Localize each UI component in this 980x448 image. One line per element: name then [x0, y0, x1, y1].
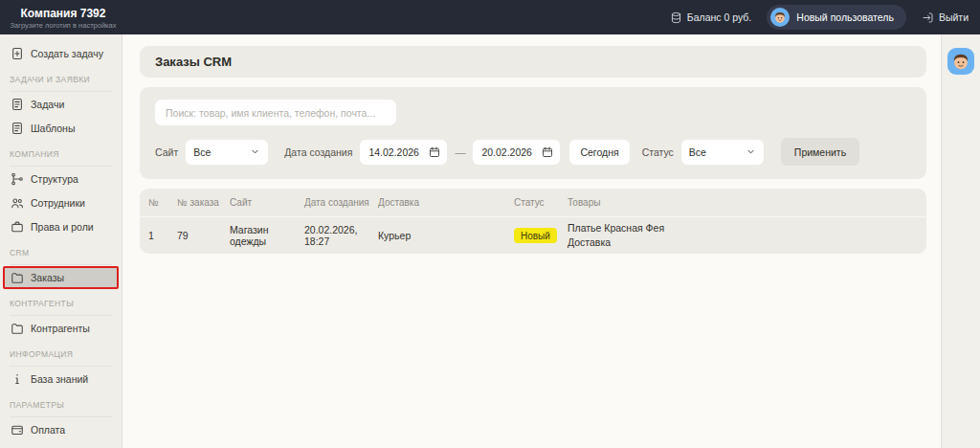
user-avatar	[770, 8, 790, 27]
cell-order-number: 79	[177, 230, 230, 241]
briefcase-icon	[11, 220, 24, 234]
assistant-face-icon	[948, 49, 973, 74]
sidebar-item-counterparties[interactable]: Контрагенты	[3, 317, 119, 340]
assistant-avatar-button[interactable]	[947, 48, 974, 75]
chevron-down-icon	[250, 146, 260, 157]
sidebar-item-tasks[interactable]: Задачи	[3, 93, 119, 116]
sidebar-item-templates[interactable]: Шаблоны	[3, 117, 119, 140]
page-title-card: Заказы CRM	[140, 46, 926, 78]
col-header-created: Дата создания	[304, 197, 378, 208]
sidebar-item-label: База знаний	[31, 373, 88, 385]
sidebar-item-knowledge-base[interactable]: База знаний	[3, 368, 119, 391]
section-divider	[10, 91, 112, 92]
chevron-down-icon	[746, 146, 756, 157]
sidebar-item-payment[interactable]: Оплата	[3, 418, 119, 441]
site-select-value: Все	[193, 146, 211, 158]
page-title: Заказы CRM	[155, 55, 232, 69]
date-to-field	[473, 140, 560, 165]
today-button[interactable]: Сегодня	[569, 140, 629, 165]
app-root: Компания 7392 Загрузите логотип в настро…	[0, 0, 980, 448]
sidebar-item-label: Шаблоны	[31, 123, 75, 134]
sidebar-item-rights-roles[interactable]: Права и роли	[3, 215, 119, 238]
company-block: Компания 7392 Загрузите логотип в настро…	[0, 5, 126, 30]
section-label: КОНТРАГЕНТЫ	[10, 299, 112, 308]
col-header-products: Товары	[568, 197, 918, 208]
topbar-actions: Баланс 0 руб. Новый пользователь Выйти	[670, 5, 969, 30]
logout-icon	[922, 11, 934, 24]
right-strip	[941, 34, 980, 448]
product-line: Платье Красная Фея	[568, 221, 912, 235]
status-filter-label: Статус	[642, 146, 674, 158]
balance-button[interactable]: Баланс 0 руб.	[670, 11, 751, 24]
people-icon	[11, 196, 24, 210]
calendar-icon[interactable]	[429, 146, 440, 158]
section-divider	[10, 264, 112, 265]
document-icon	[11, 122, 24, 135]
orders-table: № № заказа Сайт Дата создания Доставка С…	[140, 189, 926, 254]
sidebar-item-label: Структура	[31, 173, 78, 185]
date-to-input[interactable]	[481, 146, 537, 158]
logout-button[interactable]: Выйти	[922, 11, 969, 24]
cell-site: Магазин одежды	[230, 224, 304, 247]
sidebar-section-information: ИНФОРМАЦИЯ	[0, 341, 122, 367]
sidebar-section-crm: CRM	[0, 239, 122, 265]
user-name: Новый пользователь	[796, 11, 894, 23]
site-select[interactable]: Все	[186, 140, 268, 165]
user-avatar-face-icon	[771, 9, 789, 26]
section-label: ПАРАМЕТРЫ	[10, 400, 112, 410]
col-header-order-number: № заказа	[177, 197, 230, 208]
section-divider	[10, 315, 112, 316]
sidebar-item-employees[interactable]: Сотрудники	[3, 191, 119, 214]
sidebar-item-label: Оплата	[31, 424, 65, 436]
col-header-delivery: Доставка	[378, 197, 514, 208]
sidebar-item-settings[interactable]: Настройки	[3, 442, 119, 448]
section-divider	[10, 366, 112, 367]
balance-icon	[670, 11, 682, 24]
sidebar-item-label: Задачи	[31, 99, 64, 110]
sidebar-item-label: Сотрудники	[31, 197, 85, 209]
balance-label: Баланс 0 руб.	[687, 11, 751, 23]
sidebar-item-structure[interactable]: Структура	[3, 168, 119, 190]
table-header-row: № № заказа Сайт Дата создания Доставка С…	[148, 189, 918, 216]
company-name: Компания 7392	[0, 7, 126, 20]
hierarchy-icon	[11, 172, 24, 186]
sidebar-section-tasks: ЗАДАЧИ И ЗАЯВКИ	[0, 66, 122, 92]
col-header-status: Статус	[514, 197, 568, 208]
sidebar-item-orders[interactable]: Заказы	[3, 266, 119, 289]
topbar: Компания 7392 Загрузите логотип в настро…	[0, 0, 980, 34]
section-label: CRM	[10, 248, 112, 258]
logout-label: Выйти	[939, 11, 969, 23]
date-from-field	[360, 140, 447, 165]
sidebar-item-label: Заказы	[31, 272, 64, 283]
calendar-icon[interactable]	[542, 146, 553, 158]
folder-icon	[11, 271, 24, 284]
date-range-separator: —	[455, 146, 465, 158]
date-from-input[interactable]	[368, 146, 424, 158]
table-row[interactable]: 1 79 Магазин одежды 20.02.2026, 18:27 Ку…	[148, 217, 918, 254]
section-divider	[10, 416, 112, 417]
filter-row: Сайт Все Дата создания — Се	[155, 138, 911, 166]
status-badge: Новый	[514, 228, 557, 243]
main-content: Заказы CRM Сайт Все Дата создания —	[122, 34, 941, 448]
search-input[interactable]	[155, 100, 396, 125]
cell-status: Новый	[514, 228, 568, 243]
folder-icon	[11, 322, 24, 335]
section-divider	[10, 166, 112, 167]
sidebar-item-create-task[interactable]: Создать задачу	[3, 42, 119, 65]
user-menu[interactable]: Новый пользователь	[767, 5, 906, 30]
wallet-icon	[11, 423, 24, 437]
sidebar-section-parameters: ПАРАМЕТРЫ	[0, 392, 122, 417]
section-label: ЗАДАЧИ И ЗАЯВКИ	[10, 75, 112, 84]
file-plus-icon	[11, 47, 24, 60]
status-select[interactable]: Все	[681, 140, 764, 165]
sidebar: Создать задачу ЗАДАЧИ И ЗАЯВКИ Задачи Ша…	[0, 34, 122, 448]
apply-button[interactable]: Применить	[781, 138, 859, 166]
cell-delivery: Курьер	[378, 230, 514, 241]
filter-panel: Сайт Все Дата создания — Се	[140, 87, 926, 179]
sidebar-section-counterparties: КОНТРАГЕНТЫ	[0, 290, 122, 316]
sidebar-item-label: Права и роли	[31, 221, 94, 233]
col-header-num: №	[148, 197, 177, 208]
section-label: КОМПАНИЯ	[10, 149, 112, 159]
date-filter-label: Дата создания	[284, 146, 352, 158]
company-subtitle: Загрузите логотип в настройках	[0, 21, 126, 30]
